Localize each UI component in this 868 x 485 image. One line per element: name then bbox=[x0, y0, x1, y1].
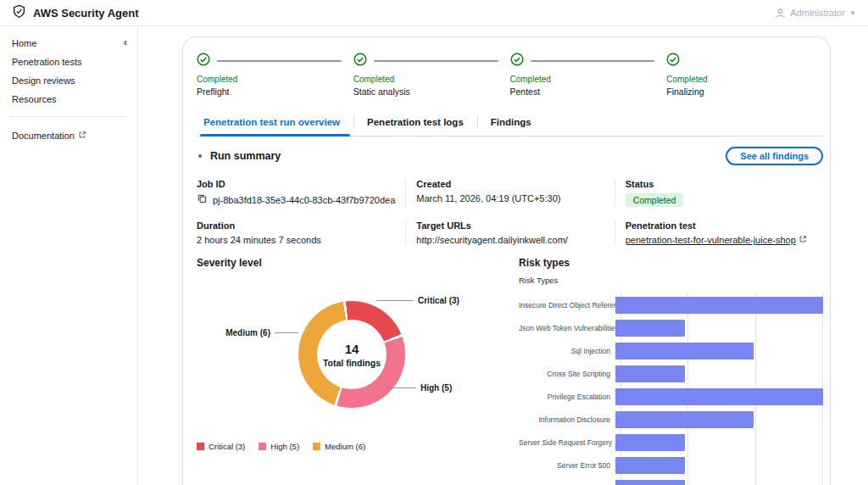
bar bbox=[615, 320, 685, 337]
run-summary-header: ▼ Run summary See all findings bbox=[197, 137, 823, 174]
sidebar-item-penetration-tests[interactable]: Penetration tests bbox=[12, 57, 125, 67]
step-label: Preflight bbox=[197, 86, 353, 97]
check-circle-icon bbox=[510, 53, 524, 70]
bar-track bbox=[615, 434, 823, 451]
callout-line bbox=[275, 332, 298, 333]
step-label: Pentest bbox=[510, 86, 667, 97]
bar-category-label: Sql Injection bbox=[519, 347, 615, 355]
field-job-id: Job ID pj-8ba3fd18-35e3-44c0-83cb-43f7b9… bbox=[197, 179, 405, 207]
top-bar: AWS Security Agent Administrator ▼ bbox=[0, 0, 868, 26]
tab-findings[interactable]: Findings bbox=[477, 109, 545, 136]
severity-donut-chart: 14 Total findings Critical (3) Medium (6… bbox=[197, 272, 512, 469]
sidebar-item-home[interactable]: Home bbox=[12, 38, 125, 48]
tab-bar: Penetration test run overview Penetratio… bbox=[197, 109, 823, 137]
step-preflight: Completed Preflight bbox=[197, 53, 353, 97]
step-pentest: Completed Pentest bbox=[510, 53, 667, 97]
step-status: Completed bbox=[666, 75, 823, 84]
expand-caret-icon[interactable]: ▼ bbox=[197, 153, 203, 160]
sidebar-item-resources[interactable]: Resources bbox=[12, 94, 125, 104]
severity-chart-title: Severity level bbox=[197, 257, 512, 269]
bar-track bbox=[615, 320, 823, 337]
bar-category-label: Cross Site Scripting bbox=[519, 370, 615, 378]
risk-types-chart-title: Risk Types bbox=[519, 276, 823, 285]
callout-medium: Medium (6) bbox=[197, 328, 298, 337]
total-findings-count: 14 bbox=[345, 342, 359, 356]
duration-value: 2 hours 24 minutes 7 seconds bbox=[197, 235, 321, 245]
bar-track bbox=[615, 388, 823, 405]
bar-row: Json Web Token Vulnerabilities bbox=[519, 316, 823, 339]
bar bbox=[615, 388, 823, 405]
risk-types-chart-block: Risk types Risk Types Insecure Direct Ob… bbox=[519, 257, 823, 485]
bar-row: Insecure Direct Object Reference bbox=[519, 293, 823, 316]
field-label: Target URLs bbox=[416, 220, 604, 231]
step-status: Completed bbox=[197, 75, 353, 84]
user-menu[interactable]: Administrator ▼ bbox=[775, 8, 856, 19]
field-label: Job ID bbox=[197, 179, 395, 189]
bar-category-label: Server Side Request Forgery bbox=[519, 438, 615, 447]
run-summary-title: Run summary bbox=[210, 150, 281, 162]
legend-label: Critical (3) bbox=[209, 442, 245, 451]
legend-swatch bbox=[313, 443, 320, 450]
bar-category-label: Insecure Direct Object Reference bbox=[519, 301, 615, 309]
copy-icon[interactable] bbox=[197, 193, 208, 206]
created-value: March 11, 2026, 04:19 (UTC+5:30) bbox=[416, 193, 560, 203]
step-connector bbox=[531, 60, 655, 62]
field-label: Created bbox=[416, 179, 604, 189]
legend-item: Critical (3) bbox=[197, 442, 245, 451]
callout-label: High (5) bbox=[420, 383, 452, 393]
sidebar-item-documentation[interactable]: Documentation bbox=[12, 131, 125, 141]
step-connector bbox=[217, 60, 342, 62]
severity-chart-block: Severity level 14 Total findings Critica… bbox=[197, 257, 512, 485]
callout-label: Medium (6) bbox=[225, 328, 270, 337]
step-label: Finalizing bbox=[666, 86, 823, 97]
bar-row: Server Error 500 bbox=[519, 454, 823, 477]
check-circle-icon bbox=[666, 53, 680, 70]
run-summary-grid: Job ID pj-8ba3fd18-35e3-44c0-83cb-43f7b9… bbox=[197, 179, 823, 245]
bar bbox=[615, 434, 685, 451]
legend-item: High (5) bbox=[259, 442, 299, 451]
bar-row: Sql Injection bbox=[519, 339, 823, 362]
sidebar-divider bbox=[10, 116, 125, 117]
bar-category-label: Server Error 500 bbox=[519, 461, 615, 470]
user-icon bbox=[775, 8, 786, 19]
main-content: Completed Preflight Completed Static ana… bbox=[138, 26, 868, 485]
field-status: Status Completed bbox=[615, 179, 823, 207]
target-url-value: http://securityagent.dailyinkwell.com/ bbox=[416, 235, 568, 245]
sidebar-item-design-reviews[interactable]: Design reviews bbox=[12, 75, 125, 86]
bar-category-label: Privilege Escalation bbox=[519, 393, 615, 401]
bar bbox=[615, 411, 754, 428]
step-status: Completed bbox=[510, 75, 667, 84]
see-all-findings-button[interactable]: See all findings bbox=[726, 147, 823, 165]
external-link-icon bbox=[78, 131, 86, 141]
bar-category-label: Json Web Token Vulnerabilities bbox=[519, 324, 615, 332]
bar-track bbox=[615, 365, 823, 382]
bar bbox=[615, 480, 685, 485]
tab-run-logs[interactable]: Penetration test logs bbox=[353, 109, 477, 136]
progress-stepper: Completed Preflight Completed Static ana… bbox=[197, 49, 823, 105]
bar bbox=[615, 297, 823, 314]
step-finalizing: Completed Finalizing bbox=[666, 53, 823, 97]
step-static-analysis: Completed Static analysis bbox=[353, 53, 510, 97]
donut-center-label: 14 Total findings bbox=[298, 301, 405, 408]
field-label: Duration bbox=[197, 220, 395, 231]
tab-run-overview[interactable]: Penetration test run overview bbox=[197, 109, 353, 136]
bar-row: Information Disclosure bbox=[519, 408, 823, 431]
severity-legend: Critical (3)High (5)Medium (6) bbox=[197, 442, 365, 451]
legend-label: Medium (6) bbox=[325, 442, 365, 451]
status-badge: Completed bbox=[626, 193, 684, 207]
field-label: Penetration test bbox=[626, 220, 813, 231]
app-title: AWS Security Agent bbox=[33, 7, 138, 20]
sidebar-collapse-icon[interactable]: ‹ bbox=[124, 36, 127, 47]
bar-track bbox=[615, 297, 823, 314]
penetration-test-link[interactable]: penetration-test-for-vulnerable-juice-sh… bbox=[626, 235, 807, 245]
legend-label: High (5) bbox=[270, 442, 299, 451]
legend-swatch bbox=[259, 443, 266, 450]
charts-section: Severity level 14 Total findings Critica… bbox=[197, 257, 823, 485]
total-findings-label: Total findings bbox=[323, 358, 381, 368]
field-penetration-test: Penetration test penetration-test-for-vu… bbox=[615, 220, 823, 245]
bar-row: Cross Site Scripting bbox=[519, 362, 823, 385]
bar-row: Arbitrary File Upload bbox=[519, 477, 823, 485]
bar-category-label: Information Disclosure bbox=[519, 415, 615, 424]
risk-types-bar-chart: Insecure Direct Object ReferenceJson Web… bbox=[519, 293, 823, 485]
bar bbox=[615, 343, 754, 360]
